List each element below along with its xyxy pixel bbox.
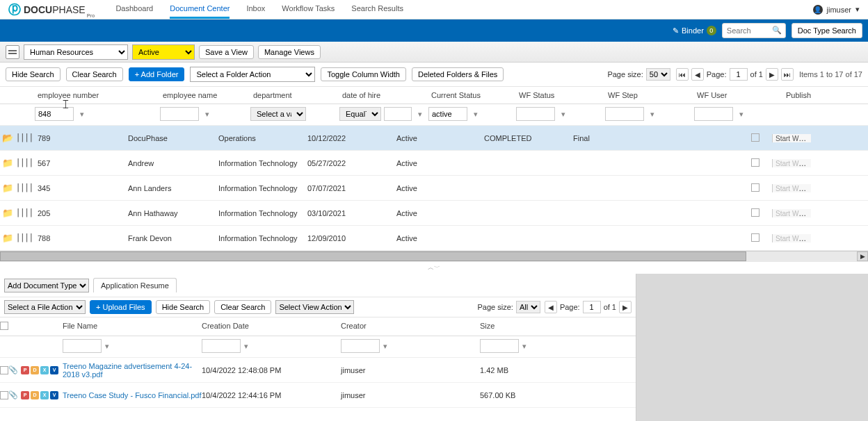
filter-icon[interactable]: ▾ bbox=[647, 108, 658, 120]
filter-icon[interactable]: ▾ bbox=[380, 340, 391, 353]
last-page-button[interactable]: ⏭ bbox=[781, 68, 794, 81]
scroll-right-button[interactable]: ▶ bbox=[857, 251, 868, 261]
add-document-type-select[interactable]: Add Document Type bbox=[4, 279, 89, 292]
tab-application-resume[interactable]: Application Resume bbox=[93, 278, 177, 292]
filter-employee-number[interactable] bbox=[35, 107, 74, 121]
save-view-button[interactable]: Save a View bbox=[199, 45, 254, 59]
file-checkbox[interactable] bbox=[0, 391, 8, 399]
nav-workflow-tasks[interactable]: Workflow Tasks bbox=[282, 0, 335, 19]
first-page-button[interactable]: ⏮ bbox=[676, 68, 689, 81]
table-row[interactable]: 📁||||567AndrewInformation Technology05/2… bbox=[0, 151, 868, 176]
hide-search-button[interactable]: Hide Search bbox=[6, 67, 61, 81]
scroll-thumb[interactable] bbox=[0, 251, 746, 261]
filter-icon[interactable]: ▾ bbox=[558, 108, 569, 120]
filter-wf-status[interactable] bbox=[516, 107, 555, 121]
layout-toggle-icon[interactable] bbox=[6, 45, 19, 59]
category-select[interactable]: Human Resources bbox=[24, 44, 128, 60]
filter-icon[interactable]: ▾ bbox=[519, 340, 530, 353]
col-wf-step[interactable]: WF Step bbox=[605, 87, 694, 104]
start-workflow-button[interactable]: Start Workfl bbox=[772, 134, 811, 142]
filter-file-name[interactable] bbox=[63, 339, 102, 353]
attachment-icon[interactable]: 📎 bbox=[8, 365, 21, 374]
col-employee-number[interactable]: employee number bbox=[35, 87, 160, 104]
filter-employee-name[interactable] bbox=[160, 107, 199, 121]
col-wf-status[interactable]: WF Status bbox=[516, 87, 605, 104]
search-icon[interactable]: 🔍 bbox=[772, 26, 782, 35]
attachment-icon[interactable]: 📎 bbox=[8, 390, 21, 399]
file-name-link[interactable]: Treeno Magazine advertisement 4-24-2018 … bbox=[63, 362, 202, 379]
filter-creation-date[interactable] bbox=[202, 339, 241, 353]
page-input[interactable] bbox=[730, 68, 748, 81]
filter-date-op[interactable]: EqualTo bbox=[339, 107, 381, 121]
file-prev-page[interactable]: ◀ bbox=[545, 301, 557, 313]
publish-checkbox[interactable] bbox=[751, 233, 760, 242]
col-date-of-hire[interactable]: date of hire bbox=[339, 87, 428, 104]
nav-inbox[interactable]: Inbox bbox=[246, 0, 265, 19]
expand-collapse-handle[interactable]: ︿﹀ bbox=[0, 262, 868, 274]
filter-date-value[interactable] bbox=[384, 107, 412, 121]
add-folder-button[interactable]: + Add Folder bbox=[129, 67, 185, 81]
binder-link[interactable]: ✎ Binder 0 bbox=[673, 26, 716, 35]
file-page-size-select[interactable]: All bbox=[516, 301, 540, 313]
filter-current-status[interactable] bbox=[428, 107, 467, 121]
page-size-select[interactable]: 50 bbox=[646, 68, 670, 81]
publish-checkbox[interactable] bbox=[751, 133, 760, 142]
file-row[interactable]: 📎PDXVTreeno Case Study - Fusco Financial… bbox=[0, 383, 636, 408]
select-all-checkbox[interactable] bbox=[0, 322, 8, 330]
toggle-column-width-button[interactable]: Toggle Column Width bbox=[321, 67, 406, 81]
filter-icon[interactable]: ▾ bbox=[102, 340, 113, 353]
filter-wf-step[interactable] bbox=[605, 107, 644, 121]
filter-department[interactable]: Select a value bbox=[250, 107, 306, 121]
col-creator[interactable]: Creator bbox=[341, 322, 480, 331]
filter-wf-user[interactable] bbox=[694, 107, 733, 121]
filter-icon[interactable]: ▾ bbox=[202, 108, 213, 120]
col-department[interactable]: department bbox=[250, 87, 339, 104]
nav-dashboard[interactable]: Dashboard bbox=[115, 0, 153, 19]
file-action-select[interactable]: Select a File Action bbox=[4, 300, 86, 314]
user-menu[interactable]: 👤 jimuser ▾ bbox=[813, 5, 860, 15]
manage-views-button[interactable]: Manage Views bbox=[258, 45, 321, 59]
table-row[interactable]: 📁||||205Ann HathawayInformation Technolo… bbox=[0, 201, 868, 226]
nav-document-center[interactable]: Document Center bbox=[170, 0, 230, 19]
status-select[interactable]: Active bbox=[132, 44, 195, 60]
publish-checkbox[interactable] bbox=[751, 208, 760, 217]
file-next-page[interactable]: ▶ bbox=[619, 301, 632, 313]
file-row[interactable]: 📎PDXVTreeno Magazine advertisement 4-24-… bbox=[0, 358, 636, 383]
cell-emp-name: DocuPhase bbox=[125, 134, 216, 142]
col-employee-name[interactable]: employee name bbox=[160, 87, 250, 104]
filter-icon[interactable]: ▾ bbox=[241, 340, 252, 353]
col-current-status[interactable]: Current Status bbox=[428, 87, 516, 104]
col-creation-date[interactable]: Creation Date bbox=[202, 322, 341, 331]
file-page-input[interactable] bbox=[583, 301, 601, 313]
prev-page-button[interactable]: ◀ bbox=[691, 68, 704, 81]
table-row[interactable]: 📁||||345Ann LandersInformation Technolog… bbox=[0, 176, 868, 201]
deleted-folders-button[interactable]: Deleted Folders & Files bbox=[412, 67, 504, 81]
publish-checkbox[interactable] bbox=[751, 158, 760, 167]
start-workflow-button: Start Workfl bbox=[772, 184, 811, 192]
filter-icon[interactable]: ▾ bbox=[77, 108, 88, 120]
filter-icon[interactable]: ▾ bbox=[736, 108, 747, 120]
view-action-select[interactable]: Select View Action bbox=[275, 300, 354, 314]
file-name-link[interactable]: Treeno Case Study - Fusco Financial.pdf bbox=[63, 391, 202, 399]
file-clear-search-button[interactable]: Clear Search bbox=[214, 300, 271, 314]
filter-icon[interactable]: ▾ bbox=[415, 108, 426, 120]
file-checkbox[interactable] bbox=[0, 366, 8, 374]
doc-type-search-button[interactable]: Doc Type Search bbox=[791, 23, 862, 38]
clear-search-button[interactable]: Clear Search bbox=[66, 67, 123, 81]
table-row[interactable]: 📂||||789DocuPhaseOperations10/12/2022Act… bbox=[0, 126, 868, 151]
next-page-button[interactable]: ▶ bbox=[766, 68, 778, 81]
col-file-name[interactable]: File Name bbox=[63, 322, 202, 331]
file-hide-search-button[interactable]: Hide Search bbox=[156, 300, 211, 314]
filter-creator[interactable] bbox=[341, 339, 380, 353]
horizontal-scrollbar[interactable]: ◀ ▶ bbox=[0, 251, 868, 262]
col-wf-user[interactable]: WF User bbox=[694, 87, 783, 104]
folder-action-select[interactable]: Select a Folder Action bbox=[190, 67, 315, 82]
nav-search-results[interactable]: Search Results bbox=[351, 0, 403, 19]
publish-checkbox[interactable] bbox=[751, 183, 760, 192]
table-row[interactable]: 📁||||788Frank DevonInformation Technolog… bbox=[0, 226, 868, 251]
filter-size[interactable] bbox=[480, 339, 519, 353]
upload-files-button[interactable]: + Upload Files bbox=[90, 300, 152, 314]
filter-icon[interactable]: ▾ bbox=[470, 108, 481, 120]
col-size[interactable]: Size bbox=[480, 322, 563, 331]
col-publish[interactable]: Publish bbox=[783, 87, 860, 104]
